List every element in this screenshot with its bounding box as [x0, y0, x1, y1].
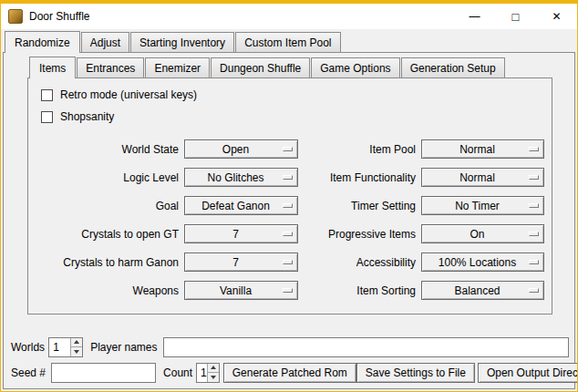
dropdown-indicator-icon: [283, 232, 293, 236]
maximize-icon: □: [512, 11, 520, 23]
minimize-icon: —: [470, 11, 480, 22]
seed-label: Seed #: [11, 366, 46, 379]
setting-row: Goal Defeat Ganon Timer Setting No Timer: [34, 191, 546, 220]
dropdown-indicator-icon: [529, 232, 539, 236]
tab-generation-setup[interactable]: Generation Setup: [401, 57, 505, 77]
app-icon: [8, 9, 23, 24]
dropdown-indicator-icon: [283, 147, 293, 151]
tab-custom-item-pool[interactable]: Custom Item Pool: [235, 32, 340, 52]
crystals-ganon-label: Crystals to harm Ganon: [34, 256, 184, 269]
tab-randomize[interactable]: Randomize: [5, 31, 80, 53]
dropdown-indicator-icon: [283, 288, 293, 293]
setting-row: Logic Level No Glitches Item Functionali…: [34, 163, 546, 191]
setting-row: Crystals to open GT 7 Progressive Items …: [34, 220, 546, 248]
close-button[interactable]: ✕: [536, 4, 577, 29]
tab-enemizer[interactable]: Enemizer: [145, 57, 210, 77]
item-sorting-value: Balanced: [454, 284, 500, 297]
retro-mode-label: Retro mode (universal keys): [60, 88, 197, 101]
world-state-label: World State: [34, 143, 184, 156]
item-functionality-dropdown[interactable]: Normal: [421, 168, 544, 187]
tab-game-options[interactable]: Game Options: [311, 57, 399, 77]
maximize-button[interactable]: □: [495, 4, 536, 29]
spacer: [4, 315, 574, 336]
titlebar[interactable]: Door Shuffle — □ ✕: [1, 4, 577, 29]
crystals-gt-label: Crystals to open GT: [34, 228, 184, 241]
worlds-spin-arrows: [70, 338, 82, 356]
player-names-label: Player names: [90, 341, 157, 354]
shopsanity-row: Shopsanity: [34, 106, 546, 128]
spin-up-icon[interactable]: [208, 364, 219, 373]
tab-dungeon-shuffle[interactable]: Dungeon Shuffle: [211, 57, 310, 77]
seed-row: Seed # Count 1 Generate Patched Rom Save…: [11, 362, 569, 383]
retro-mode-checkbox[interactable]: [41, 89, 53, 101]
randomize-tab-panel: Items Entrances Enemizer Dungeon Shuffle…: [3, 52, 575, 389]
count-spin-arrows: [207, 364, 219, 382]
goal-label: Goal: [34, 200, 184, 212]
player-names-input[interactable]: [163, 337, 570, 357]
weapons-value: Vanilla: [220, 284, 252, 297]
bottom-controls: Worlds 1 Player names Seed # Count: [11, 336, 569, 383]
tab-items[interactable]: Items: [29, 57, 76, 78]
tab-starting-inventory[interactable]: Starting Inventory: [130, 32, 234, 52]
crystals-gt-dropdown[interactable]: 7: [184, 224, 298, 243]
weapons-label: Weapons: [34, 284, 184, 297]
setting-row: Crystals to harm Ganon 7 Accessibility 1…: [34, 248, 546, 276]
accessibility-label: Accessibility: [298, 256, 421, 269]
items-tab-panel: Retro mode (universal keys) Shopsanity W…: [27, 77, 552, 315]
progressive-items-label: Progressive Items: [298, 228, 421, 241]
goal-dropdown[interactable]: Defeat Ganon: [184, 196, 298, 215]
dropdown-indicator-icon: [529, 288, 539, 293]
item-pool-dropdown[interactable]: Normal: [421, 139, 544, 159]
dropdown-indicator-icon: [529, 147, 539, 151]
spin-down-icon[interactable]: [208, 372, 219, 382]
item-sorting-label: Item Sorting: [298, 284, 421, 297]
save-settings-button[interactable]: Save Settings to File: [356, 363, 475, 383]
timer-setting-value: No Timer: [455, 200, 500, 212]
seed-input[interactable]: [51, 363, 156, 383]
generate-rom-button[interactable]: Generate Patched Rom: [223, 363, 356, 383]
close-icon: ✕: [552, 11, 561, 22]
progressive-items-dropdown[interactable]: On: [421, 224, 544, 243]
tab-adjust[interactable]: Adjust: [81, 32, 129, 52]
logic-level-dropdown[interactable]: No Glitches: [184, 168, 298, 187]
count-label: Count: [163, 366, 192, 379]
accessibility-dropdown[interactable]: 100% Locations: [421, 253, 544, 272]
world-state-dropdown[interactable]: Open: [184, 139, 298, 159]
spin-down-icon[interactable]: [71, 346, 82, 356]
main-tab-bar: Randomize Adjust Starting Inventory Cust…: [3, 31, 575, 52]
crystals-ganon-value: 7: [232, 256, 239, 269]
goal-value: Defeat Ganon: [201, 200, 270, 212]
shopsanity-checkbox[interactable]: [41, 111, 53, 123]
progressive-items-value: On: [470, 228, 484, 241]
worlds-label: Worlds: [11, 341, 45, 354]
worlds-stepper[interactable]: 1: [48, 337, 83, 357]
dropdown-indicator-icon: [283, 175, 293, 180]
logic-level-value: No Glitches: [207, 171, 263, 184]
open-output-button[interactable]: Open Output Directory: [478, 363, 578, 383]
item-pool-value: Normal: [459, 143, 495, 156]
timer-setting-dropdown[interactable]: No Timer: [421, 196, 544, 215]
dropdown-indicator-icon: [529, 260, 539, 264]
worlds-value: 1: [49, 338, 70, 356]
retro-mode-row: Retro mode (universal keys): [34, 84, 546, 106]
dropdown-indicator-icon: [283, 203, 293, 208]
item-sorting-dropdown[interactable]: Balanced: [421, 281, 544, 300]
accessibility-value: 100% Locations: [439, 256, 516, 269]
sub-tab-bar: Items Entrances Enemizer Dungeon Shuffle…: [27, 57, 552, 77]
count-stepper[interactable]: 1: [196, 363, 220, 383]
shopsanity-label: Shopsanity: [60, 110, 114, 123]
tab-entrances[interactable]: Entrances: [77, 57, 144, 77]
window-title: Door Shuffle: [29, 10, 454, 23]
setting-row: World State Open Item Pool Normal: [34, 135, 546, 163]
weapons-dropdown[interactable]: Vanilla: [184, 281, 298, 300]
dropdown-indicator-icon: [283, 260, 293, 264]
setting-row: Weapons Vanilla Item Sorting Balanced: [34, 276, 546, 304]
spin-up-icon[interactable]: [71, 338, 82, 347]
crystals-ganon-dropdown[interactable]: 7: [184, 253, 298, 272]
worlds-row: Worlds 1 Player names: [11, 336, 569, 357]
crystals-gt-value: 7: [232, 228, 239, 241]
count-value: 1: [197, 364, 207, 382]
caption-buttons: — □ ✕: [454, 4, 577, 29]
minimize-button[interactable]: —: [454, 4, 495, 29]
item-functionality-value: Normal: [459, 171, 495, 184]
